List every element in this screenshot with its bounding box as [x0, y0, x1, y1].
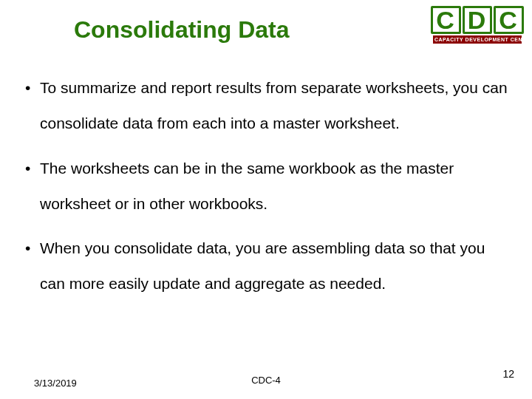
footer-page-number: 12: [502, 368, 514, 380]
bullet-list: To summarize and report results from sep…: [22, 70, 510, 302]
logo: C D C CAPACITY DEVELOPMENT CENTER: [433, 6, 522, 44]
logo-letter-c2: C: [494, 6, 524, 34]
slide: C D C CAPACITY DEVELOPMENT CENTER Consol…: [0, 0, 532, 399]
list-item: To summarize and report results from sep…: [22, 70, 510, 142]
footer-center: CDC-4: [0, 375, 532, 386]
logo-subtitle: CAPACITY DEVELOPMENT CENTER: [433, 35, 522, 44]
logo-letter-d: D: [463, 6, 493, 34]
list-item: The worksheets can be in the same workbo…: [22, 151, 510, 222]
list-item: When you consolidate data, you are assem…: [22, 231, 510, 302]
logo-letters: C D C: [433, 6, 522, 34]
logo-letter-c: C: [431, 6, 461, 34]
